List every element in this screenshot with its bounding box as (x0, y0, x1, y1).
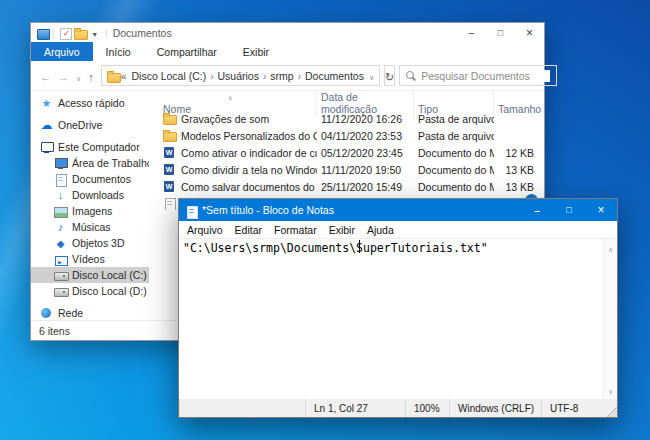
breadcrumb-chevron-icon[interactable] (261, 70, 268, 82)
minimize-button[interactable] (457, 23, 486, 42)
sidebar-item-onedrive[interactable]: OneDrive (31, 117, 149, 133)
word-icon (163, 163, 176, 176)
breadcrumb-segment-disco-local-c[interactable]: Disco Local (C:) (129, 70, 208, 82)
sidebar-item-videos[interactable]: Vídeos (31, 251, 149, 267)
file-row-como-ativar-o-indicador-de-cursor-de-tex[interactable]: Como ativar o indicador de cursor de tex… (149, 144, 544, 161)
menu-formatar[interactable]: Formatar (268, 224, 323, 236)
sidebar: Acesso rápidoOneDriveEste ComputadorÁrea… (31, 91, 149, 320)
refresh-icon (385, 67, 394, 85)
explorer-titlebar: | | Documentos (31, 23, 544, 42)
menu-exibir[interactable]: Exibir (323, 224, 361, 236)
sort-ascending-icon (228, 91, 232, 102)
breadcrumb-segment-documentos[interactable]: Documentos (303, 70, 366, 82)
ribbon-tab-compartilhar[interactable]: Compartilhar (144, 42, 230, 61)
navigation-buttons (37, 67, 97, 85)
file-type: Pasta de arquivos (414, 130, 494, 142)
breadcrumb-chevron-icon[interactable] (296, 70, 303, 82)
folder-icon (163, 112, 176, 125)
column-headers: NomeData de modificaçãoTipoTamanho (149, 91, 544, 110)
notepad-statusbar: Ln 1, Col 27 100% Windows (CRLF) UTF-8 (179, 399, 617, 417)
word-icon (163, 180, 176, 193)
notepad-maximize-button[interactable] (553, 199, 585, 221)
refresh-button[interactable] (384, 65, 395, 86)
new-folder-icon[interactable] (74, 27, 85, 38)
notepad-minimize-button[interactable] (521, 199, 553, 221)
search-icon (406, 71, 416, 81)
text-line: "C:\Users\srmp\Documents\SuperTutoriais.… (183, 241, 488, 256)
location-folder-icon (107, 70, 118, 81)
download-icon (54, 189, 67, 202)
menu-ajuda[interactable]: Ajuda (361, 224, 400, 236)
maximize-button[interactable] (486, 23, 515, 42)
cube-icon (54, 237, 67, 250)
file-row-como-salvar-documentos-do-word-auto[interactable]: Como salvar documentos do Word auto...25… (149, 178, 544, 195)
image-icon (54, 205, 67, 218)
notepad-close-button[interactable] (585, 199, 617, 221)
ribbon-tab-inicio[interactable]: Início (93, 42, 144, 61)
column-header-tipo[interactable]: Tipo (414, 91, 494, 117)
window-controls (457, 23, 544, 42)
item-count: 6 itens (39, 325, 70, 337)
sidebar-item-acesso-rapido[interactable]: Acesso rápido (31, 95, 149, 111)
sidebar-item-documentos[interactable]: Documentos (31, 171, 149, 187)
sidebar-item-disco-local-d[interactable]: Disco Local (D:) (31, 283, 149, 299)
desktop-icon (54, 157, 67, 170)
column-header-tamanho[interactable]: Tamanho (494, 91, 544, 117)
notepad-titlebar: *Sem título - Bloco de Notas (179, 199, 617, 221)
ribbon-tab-exibir[interactable]: Exibir (230, 42, 282, 61)
sidebar-item-imagens[interactable]: Imagens (31, 203, 149, 219)
window-title: Documentos (113, 27, 172, 39)
notepad-title: *Sem título - Bloco de Notas (202, 204, 334, 216)
network-icon (40, 307, 53, 320)
scroll-up-icon[interactable] (608, 241, 612, 255)
sidebar-item-downloads[interactable]: Downloads (31, 187, 149, 203)
sidebar-item-rede[interactable]: Rede (31, 305, 149, 320)
ribbon-tab-arquivo[interactable]: Arquivo (31, 42, 93, 61)
recent-locations-icon[interactable] (76, 67, 81, 85)
breadcrumb-overflow-icon[interactable] (121, 70, 127, 82)
text-icon (163, 197, 176, 210)
notepad-window-controls (521, 199, 617, 221)
customize-toolbar-dropdown-icon[interactable] (89, 27, 100, 38)
address-bar: Disco Local (C:)UsuáriossrmpDocumentos (31, 61, 544, 91)
notepad-text-area[interactable]: "C:\Users\srmp\Documents\SuperTutoriais.… (179, 239, 617, 399)
column-header-nome[interactable]: Nome (159, 91, 317, 117)
sidebar-item-musicas[interactable]: Músicas (31, 219, 149, 235)
sidebar-item-este-computador[interactable]: Este Computador (31, 139, 149, 155)
file-row-como-dividir-a-tela-no-windows-10-docx[interactable]: Como dividir a tela no Windows 10.docx11… (149, 161, 544, 178)
breadcrumb-segments: Disco Local (C:)UsuáriossrmpDocumentos (129, 70, 365, 82)
file-row-modelos-personalizados-do-office[interactable]: Modelos Personalizados do Office04/11/20… (149, 127, 544, 144)
back-icon[interactable] (40, 67, 51, 85)
word-icon (163, 146, 176, 159)
music-icon (54, 221, 67, 234)
desktop: | | Documentos ArquivoInícioCompartilhar… (0, 0, 650, 440)
status-blank (179, 399, 305, 417)
menu-editar[interactable]: Editar (229, 224, 268, 236)
menu-arquivo[interactable]: Arquivo (181, 224, 229, 236)
sidebar-item-area-de-trabalho[interactable]: Área de Trabalho (31, 155, 149, 171)
scroll-down-icon[interactable] (608, 383, 612, 397)
address-dropdown-icon[interactable] (369, 70, 374, 82)
vertical-scrollbar[interactable] (603, 239, 617, 399)
file-type: Documento do Mi... (414, 147, 494, 159)
file-date: 05/12/2020 23:45 (317, 147, 414, 159)
computer-icon (40, 141, 53, 154)
breadcrumb-chevron-icon[interactable] (208, 70, 215, 82)
text-cursor (359, 240, 360, 253)
video-icon (54, 253, 67, 266)
breadcrumb-segment-srmp[interactable]: srmp (268, 70, 295, 82)
sidebar-item-disco-local-c[interactable]: Disco Local (C:) (31, 267, 149, 283)
close-button[interactable] (515, 23, 544, 42)
sidebar-item-objetos-3d[interactable]: Objetos 3D (31, 235, 149, 251)
properties-icon[interactable] (59, 27, 70, 38)
forward-icon[interactable] (58, 67, 69, 85)
file-type: Documento do Mi... (414, 164, 494, 176)
notepad-menubar: ArquivoEditarFormatarExibirAjuda (179, 221, 617, 239)
breadcrumb-segment-usuarios[interactable]: Usuários (216, 70, 261, 82)
up-icon[interactable] (88, 67, 94, 85)
folder-icon (163, 129, 176, 142)
resize-grip[interactable] (605, 405, 617, 417)
drive-icon (54, 285, 67, 298)
column-header-data-de-modificacao[interactable]: Data de modificação (317, 91, 414, 117)
breadcrumb[interactable]: Disco Local (C:)UsuáriossrmpDocumentos (101, 65, 380, 86)
